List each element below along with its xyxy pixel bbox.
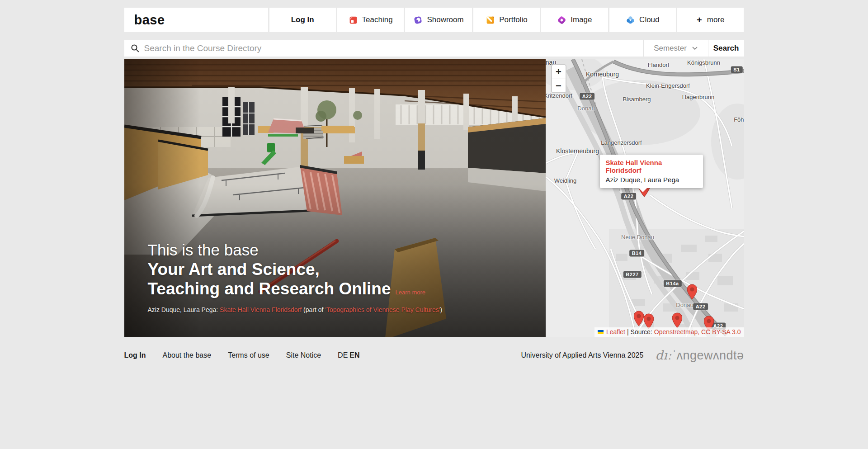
map-place-label: Flandorf xyxy=(648,61,670,68)
map-place-label: Donau xyxy=(676,302,693,308)
hero-image-skate-hall: This is the base Your Art and Science, T… xyxy=(124,59,546,337)
search-field-area xyxy=(124,40,643,57)
leaflet-link[interactable]: Leaflet xyxy=(606,328,625,336)
hero-title-block: This is the base Your Art and Science, T… xyxy=(148,240,426,302)
map-place-label: Klein-Engersdorf xyxy=(646,82,690,89)
map-road-badge: S1 xyxy=(731,66,742,73)
semester-dropdown[interactable]: Semester xyxy=(643,40,708,57)
map-place-label: Donau xyxy=(577,105,594,112)
cloud-icon xyxy=(626,15,635,25)
nav-more-label: more xyxy=(707,15,725,24)
map-place-label: Weidling xyxy=(554,177,577,184)
map-popup-subtitle: Aziz Duque, Laura Pega xyxy=(606,176,697,184)
footer-terms-link[interactable]: Terms of use xyxy=(228,351,269,359)
map-road-badge: B227 xyxy=(623,271,641,278)
zoom-in-button[interactable]: + xyxy=(552,65,566,79)
map-place-label: Föhr xyxy=(734,116,744,123)
search-bar: Semester Search xyxy=(124,40,744,57)
nav-login-button[interactable]: Log In xyxy=(269,8,336,32)
nav-image[interactable]: Image xyxy=(541,8,608,32)
hero-section: This is the base Your Art and Science, T… xyxy=(124,59,744,337)
semester-dropdown-label: Semester xyxy=(654,44,687,53)
map-canvas[interactable]: nauKorneuburgFlandorfKönigsbrunnKritzend… xyxy=(546,59,744,337)
credit-topographies-link[interactable]: 'Topographies of Viennese Play Cultures' xyxy=(325,306,440,313)
nav-showroom[interactable]: Showroom xyxy=(405,8,472,32)
nav-login-label: Log In xyxy=(291,15,314,24)
base-logo-text: base xyxy=(134,13,165,28)
footer-right: University of Applied Arts Vienna 2025 d… xyxy=(521,348,744,363)
page-content: base Log In Teaching Showroom xyxy=(124,8,744,363)
teaching-icon xyxy=(349,15,358,25)
lang-de[interactable]: DE xyxy=(338,351,348,359)
learn-more-link[interactable]: Learn more xyxy=(396,289,425,296)
map-zoom-control: + − xyxy=(551,64,566,93)
map-road-badge: A22 xyxy=(621,193,637,200)
map-road-badge: A22 xyxy=(580,93,595,100)
nav-image-label: Image xyxy=(571,15,592,24)
map-place-label: Neue Donau xyxy=(621,234,654,241)
footer: Log In About the base Terms of use Site … xyxy=(124,348,744,363)
map-place-label: Königsbrunn xyxy=(687,59,720,66)
nav-more-button[interactable]: + more xyxy=(677,8,744,32)
nav-cloud[interactable]: Cloud xyxy=(609,8,676,32)
map-road-badge: B14 xyxy=(629,250,645,257)
showroom-icon xyxy=(413,15,423,25)
ukraine-flag-icon xyxy=(598,330,604,334)
map-marker[interactable] xyxy=(634,311,644,328)
map-place-label: Bisamberg xyxy=(623,96,651,103)
search-input[interactable] xyxy=(144,43,643,53)
map-place-label: Klosterneuburg xyxy=(556,147,599,155)
chevron-down-icon xyxy=(692,47,698,50)
image-icon xyxy=(557,15,566,25)
footer-copyright: University of Applied Arts Vienna 2025 xyxy=(521,351,643,359)
map-place-label: Hagenbrunn xyxy=(682,94,715,100)
map-popup-tip xyxy=(639,188,647,196)
map-place-label: Langenzersdorf xyxy=(601,139,642,146)
map-popup-title-link[interactable]: Skate Hall Vienna Floridsdorf xyxy=(606,159,697,174)
hero-title-line1: This is the base xyxy=(148,240,426,260)
plus-icon: + xyxy=(697,15,702,24)
nav-portfolio-label: Portfolio xyxy=(499,15,527,24)
credit-project-link[interactable]: Skate Hall Vienna Floridsdorf xyxy=(220,306,302,313)
map-attribution: Leaflet | Source: Openstreetmap, CC BY-S… xyxy=(594,327,744,337)
lang-en[interactable]: EN xyxy=(349,351,359,359)
nav-teaching-label: Teaching xyxy=(362,15,393,24)
hero-title-line3: Teaching and Research OnlineLearn more xyxy=(148,279,426,302)
nav-cloud-label: Cloud xyxy=(639,15,659,24)
nav-showroom-label: Showroom xyxy=(427,15,463,24)
map-place-label: Korneuburg xyxy=(586,71,619,78)
map-road-badge: B14a xyxy=(663,280,681,287)
top-navbar: base Log In Teaching Showroom xyxy=(124,8,744,32)
map-road-badge: A22 xyxy=(693,303,708,310)
zoom-out-button[interactable]: − xyxy=(552,79,566,92)
attribution-divider: | Source: xyxy=(627,328,652,336)
map-overlay: nauKorneuburgFlandorfKönigsbrunnKritzend… xyxy=(546,59,744,337)
hero-title-line2: Your Art and Science, xyxy=(148,260,426,279)
nav-portfolio[interactable]: Portfolio xyxy=(473,8,540,32)
footer-about-link[interactable]: About the base xyxy=(162,351,211,359)
openstreetmap-link[interactable]: Openstreetmap, CC BY-SA 3.0 xyxy=(654,328,741,336)
search-button[interactable]: Search xyxy=(708,40,744,57)
nav-teaching[interactable]: Teaching xyxy=(337,8,404,32)
angewandte-logo[interactable]: dıːˈʌngewʌndtə xyxy=(655,348,744,363)
map-marker[interactable] xyxy=(687,284,697,302)
footer-site-notice-link[interactable]: Site Notice xyxy=(286,351,321,359)
base-logo[interactable]: base xyxy=(124,8,268,32)
footer-login-link[interactable]: Log In xyxy=(124,351,146,359)
language-switcher[interactable]: DEEN xyxy=(338,351,359,359)
hero-credit-line: Aziz Duque, Laura Pega: Skate Hall Vienn… xyxy=(148,306,443,313)
map-popup: Skate Hall Vienna Floridsdorf Aziz Duque… xyxy=(600,155,703,188)
search-icon xyxy=(131,44,140,53)
footer-links: Log In About the base Terms of use Site … xyxy=(124,351,360,359)
portfolio-icon xyxy=(486,15,495,25)
